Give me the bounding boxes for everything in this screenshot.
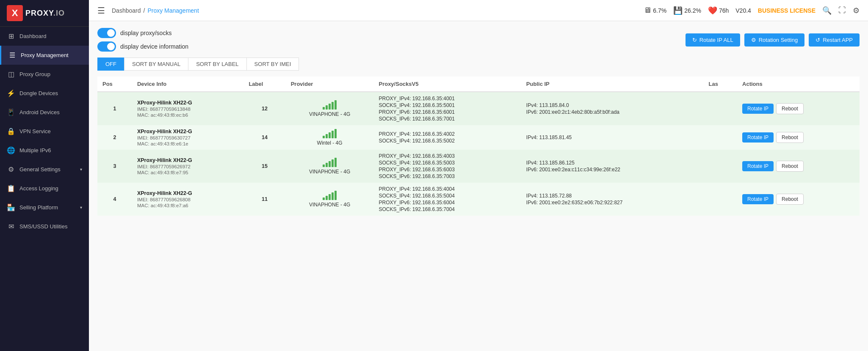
sort-tab-off[interactable]: OFF <box>97 58 124 71</box>
bar4 <box>332 192 334 200</box>
pos-cell: 3 <box>97 150 132 183</box>
cpu-value: 6.7% <box>653 7 666 14</box>
sidebar-item-android-devices[interactable]: 📱 Android Devices <box>0 103 89 122</box>
sidebar-item-proxy-management[interactable]: ☰ Proxy Management <box>0 46 89 65</box>
nav-items: ⊞ Dashboard ☰ Proxy Management ◫ Proxy G… <box>0 27 89 236</box>
reboot-button[interactable]: Reboot <box>776 103 804 114</box>
expand-button[interactable]: ⛶ <box>838 6 846 15</box>
actions-buttons: Rotate IP Reboot <box>742 103 854 114</box>
actions-cell: Rotate IP Reboot <box>737 92 860 125</box>
device-imei: IMEI: 868777059630727 <box>137 135 239 140</box>
ipv6-entry: IPv6: 2001:ee0:2e2:6352:e06:7b2:922:827 <box>526 200 699 206</box>
rotate-ip-button[interactable]: Rotate IP <box>742 194 774 204</box>
pos-cell: 2 <box>97 125 132 150</box>
reboot-button[interactable]: Reboot <box>776 132 804 143</box>
provider-name: VINAPHONE - 4G <box>309 169 350 175</box>
provider-name: VINAPHONE - 4G <box>309 202 350 208</box>
proxy-entry: PROXY_IPv6: 192.168.6.35:6001 <box>379 109 516 115</box>
proxy-entry: SOCKS_IPv4: 192.168.6.35:5002 <box>379 138 516 144</box>
general-settings-chevron-icon: ▾ <box>80 167 82 172</box>
col-header-las: Las <box>704 77 737 92</box>
general-settings-icon: ⚙ <box>7 165 15 173</box>
col-header-public-ip: Public IP <box>521 77 704 92</box>
sidebar-item-proxy-group[interactable]: ◫ Proxy Group <box>0 65 89 84</box>
rotation-setting-button[interactable]: ⚙ Rotation Setting <box>744 33 805 47</box>
bar5 <box>334 129 337 138</box>
proxy-socks-cell: PROXY_IPv4: 192.168.6.35:4004SOCKS_IPv4:… <box>373 183 521 216</box>
sidebar-item-dongle-devices[interactable]: ⚡ Dongle Devices <box>0 84 89 103</box>
breadcrumb-separator: / <box>144 7 145 14</box>
main-panel: ☰ Dashboard / Proxy Management 🖥 6.7% 💾 … <box>89 0 868 351</box>
las-cell <box>704 183 737 216</box>
proxy-entry: SOCKS_IPv6: 192.168.6.35:7001 <box>379 116 516 122</box>
provider-name: VINAPHONE - 4G <box>309 111 350 117</box>
proxy-entry: SOCKS_IPv4: 192.168.6.35:5003 <box>379 160 516 166</box>
android-devices-label: Android Devices <box>19 109 82 115</box>
bar4 <box>332 159 334 167</box>
device-imei: IMEI: 868777059626808 <box>137 197 239 202</box>
provider-cell: VINAPHONE - 4G <box>286 183 374 216</box>
bar1 <box>323 197 325 200</box>
device-name: XProxy-Hilink XH22-G <box>137 100 239 106</box>
provider-info: VINAPHONE - 4G <box>291 191 369 208</box>
rotate-ip-all-button[interactable]: ↻ Rotate IP ALL <box>686 33 740 47</box>
dashboard-label: Dashboard <box>19 33 82 39</box>
sort-tab-imei[interactable]: SORT BY IMEI <box>246 58 299 71</box>
sidebar-item-multiple-ipv6[interactable]: 🌐 Multiple IPv6 <box>0 141 89 160</box>
device-info-cell: XProxy-Hilink XH22-G IMEI: 8687770596268… <box>132 183 244 216</box>
rotate-ip-button[interactable]: Rotate IP <box>742 132 774 143</box>
sms-ussd-icon: ✉ <box>7 222 15 230</box>
signal-bars <box>323 100 337 110</box>
proxy-list: PROXY_IPv4: 192.168.6.35:4002SOCKS_IPv4:… <box>379 131 516 144</box>
provider-cell: VINAPHONE - 4G <box>286 150 374 183</box>
restart-app-label: Restart APP <box>823 37 853 43</box>
bar4 <box>332 131 334 138</box>
restart-app-button[interactable]: ↺ Restart APP <box>809 33 860 47</box>
bar3 <box>329 161 331 167</box>
sort-tab-manual[interactable]: SORT BY MANUAL <box>124 58 188 71</box>
breadcrumb-parent[interactable]: Dashboard <box>112 7 141 14</box>
proxy-entry: SOCKS_IPv4: 192.168.6.35:5004 <box>379 193 516 199</box>
col-header-device-info: Device Info <box>132 77 244 92</box>
vpn-service-icon: 🔒 <box>7 127 15 135</box>
sidebar-item-selling-platform[interactable]: 🏪 Selling Platform ▾ <box>0 198 89 217</box>
col-header-actions: Actions <box>737 77 860 92</box>
menu-icon[interactable]: ☰ <box>97 5 105 16</box>
sidebar-item-access-logging[interactable]: 📋 Access Logging <box>0 179 89 198</box>
las-cell <box>704 125 737 150</box>
sidebar-item-vpn-service[interactable]: 🔒 VPN Service <box>0 122 89 141</box>
proxy-list: PROXY_IPv4: 192.168.6.35:4001SOCKS_IPv4:… <box>379 96 516 122</box>
toggle-proxy-socks-switch[interactable] <box>97 28 116 38</box>
label-cell: 12 <box>243 92 285 125</box>
rotate-ip-button[interactable]: Rotate IP <box>742 104 774 114</box>
bar3 <box>329 194 331 200</box>
multiple-ipv6-label: Multiple IPv6 <box>19 147 82 154</box>
settings-button[interactable]: ⚙ <box>853 6 860 15</box>
ram-stat: 💾 26.2% <box>673 6 701 15</box>
toggle-proxy-socks-label: display proxy/socks <box>120 30 171 36</box>
sidebar-item-dashboard[interactable]: ⊞ Dashboard <box>0 27 89 46</box>
reboot-button[interactable]: Reboot <box>776 194 804 205</box>
ip-cell: IPv4: 113.185.84.0IPv6: 2001:ee0:2c1:4eb… <box>526 102 699 115</box>
ipv6-entry: IPv6: 2001:ee0:2ea:c11c:c34:99e:26f:e22 <box>526 167 699 173</box>
rotate-ip-button[interactable]: Rotate IP <box>742 161 774 171</box>
device-info-cell: XProxy-Hilink XH22-G IMEI: 8687770596307… <box>132 125 244 150</box>
signal-bars <box>323 129 337 138</box>
sort-tab-label[interactable]: SORT BY LABEL <box>188 58 246 71</box>
sidebar: X PROXY.IO ⊞ Dashboard ☰ Proxy Managemen… <box>0 0 89 351</box>
proxy-management-icon: ☰ <box>8 51 17 59</box>
public-ip-cell: IPv4: 113.185.86.125IPv6: 2001:ee0:2ea:c… <box>521 150 704 183</box>
search-button[interactable]: 🔍 <box>822 6 832 15</box>
table-row: 3 XProxy-Hilink XH22-G IMEI: 86877705962… <box>97 150 860 183</box>
reboot-button[interactable]: Reboot <box>776 161 804 172</box>
sms-ussd-label: SMS/USSD Utilities <box>19 223 82 230</box>
table-row: 2 XProxy-Hilink XH22-G IMEI: 86877705963… <box>97 125 860 150</box>
sidebar-item-general-settings[interactable]: ⚙ General Settings ▾ <box>0 160 89 179</box>
ipv4-entry: IPv4: 113.185.81.45 <box>526 134 699 140</box>
table-header: PosDevice InfoLabelProviderProxy/SocksV5… <box>97 77 860 92</box>
label-cell: 15 <box>243 150 285 183</box>
signal-bars <box>323 191 337 200</box>
sidebar-item-sms-ussd[interactable]: ✉ SMS/USSD Utilities <box>0 217 89 236</box>
bar5 <box>334 100 337 110</box>
toggle-device-info-switch[interactable] <box>97 41 116 52</box>
